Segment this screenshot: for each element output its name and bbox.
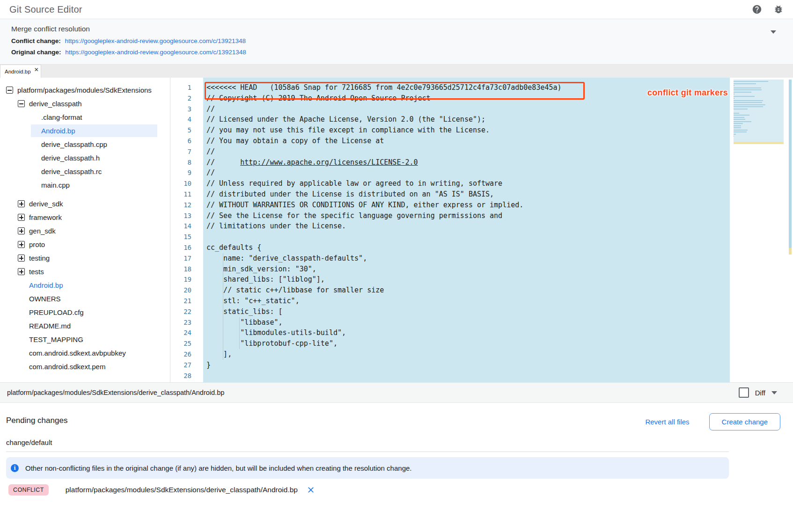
line-number: 28 — [170, 371, 203, 381]
tree-file-Android.bp[interactable]: Android.bp — [0, 124, 170, 138]
pending-changes-section: Pending changes Revert all files Create … — [0, 403, 793, 532]
tree-file-com.android.sdkext.avbpubkey[interactable]: com.android.sdkext.avbpubkey — [0, 346, 170, 360]
conflict-change-row: Conflict change: https://googleplex-andr… — [11, 37, 782, 44]
expand-plus-icon[interactable] — [18, 255, 25, 262]
minimap-bars — [734, 80, 784, 139]
code-content[interactable]: <<<<<<< HEAD (1058a6 Snap for 7216685 fr… — [203, 82, 730, 381]
create-change-button[interactable]: Create change — [709, 413, 780, 430]
tree-file-TEST_MAPPING[interactable]: TEST_MAPPING — [0, 333, 170, 346]
expand-plus-icon[interactable] — [18, 241, 25, 248]
branch-name: change/default — [6, 438, 52, 446]
close-icon[interactable]: ✕ — [34, 67, 39, 73]
line-number: 22 — [170, 306, 203, 317]
tree-item-label: derive_sdk — [29, 200, 63, 208]
tree-folder-platform/packages/modules/SdkExtensions[interactable]: platform/packages/modules/SdkExtensions — [0, 83, 170, 97]
minimap[interactable] — [734, 80, 784, 144]
tree-file-derive_classpath.h[interactable]: derive_classpath.h — [0, 151, 170, 165]
expand-plus-icon[interactable] — [18, 268, 25, 275]
tree-file-main.cpp[interactable]: main.cpp — [0, 178, 170, 192]
minimap-line — [734, 96, 755, 97]
tree-folder-testing[interactable]: testing — [0, 251, 170, 265]
close-icon[interactable] — [306, 485, 316, 495]
tree-file-.clang-format[interactable]: .clang-format — [0, 110, 170, 124]
line-number-gutter: 1234567891011121314151617181920212223242… — [170, 82, 203, 381]
minimap-line — [734, 89, 762, 90]
pending-changes-title: Pending changes — [6, 416, 67, 425]
tree-file-com.android.sdkext.pem[interactable]: com.android.sdkext.pem — [0, 360, 170, 373]
line-number: 15 — [170, 232, 203, 242]
line-number: 21 — [170, 296, 203, 306]
file-path-text: platform/packages/modules/SdkExtensions/… — [7, 389, 224, 396]
code-line: // See the License for the specific lang… — [203, 211, 730, 221]
tree-item-label: gen_sdk — [29, 227, 56, 235]
main-area: platform/packages/modules/SdkExtensionsd… — [0, 78, 793, 382]
chevron-down-icon[interactable] — [771, 391, 777, 394]
line-number: 4 — [170, 114, 203, 125]
line-number: 24 — [170, 328, 203, 338]
collapse-minus-icon[interactable] — [6, 87, 13, 94]
tree-file-PREUPLOAD.cfg[interactable]: PREUPLOAD.cfg — [0, 306, 170, 319]
code-line: // — [203, 146, 730, 157]
tree-file-Android.bp[interactable]: Android.bp — [0, 278, 170, 292]
line-number: 1 — [170, 82, 203, 93]
tree-file-README.md[interactable]: README.md — [0, 319, 170, 333]
page-title: Git Source Editor — [9, 4, 82, 15]
tree-folder-tests[interactable]: tests — [0, 265, 170, 278]
info-banner-text: Other non-conflicting files in the origi… — [25, 464, 412, 472]
tree-item-label: Android.bp — [41, 127, 75, 135]
line-number: 23 — [170, 317, 203, 328]
tree-file-derive_classpath.cpp[interactable]: derive_classpath.cpp — [0, 138, 170, 151]
minimap-line — [734, 127, 741, 128]
minimap-line — [734, 100, 763, 101]
expand-plus-icon[interactable] — [18, 227, 25, 234]
tree-file-OWNERS[interactable]: OWNERS — [0, 292, 170, 306]
tree-item-label: README.md — [29, 322, 71, 330]
minimap-line — [734, 85, 734, 86]
tree-item-label: Android.bp — [29, 281, 63, 289]
tree-folder-gen_sdk[interactable]: gen_sdk — [0, 224, 170, 238]
expand-plus-icon[interactable] — [18, 200, 25, 207]
editor-scrollbar[interactable] — [789, 80, 792, 382]
minimap-line — [734, 102, 762, 103]
tree-item-label: com.android.sdkext.avbpubkey — [29, 349, 126, 357]
minimap-marker-yellow — [734, 142, 784, 144]
code-line: // distributed under the License is dist… — [203, 189, 730, 200]
code-editor[interactable]: 1234567891011121314151617181920212223242… — [170, 78, 793, 382]
minimap-line — [734, 121, 751, 122]
line-number: 19 — [170, 274, 203, 285]
tree-item-label: derive_classpath.rc — [41, 168, 102, 175]
minimap-line — [734, 104, 765, 105]
merge-panel-title: Merge conflict resolution — [11, 25, 782, 33]
tree-folder-framework[interactable]: framework — [0, 211, 170, 224]
minimap-line — [734, 92, 751, 93]
revert-all-files-button[interactable]: Revert all files — [645, 418, 689, 426]
tree-item-label: PREUPLOAD.cfg — [29, 308, 84, 316]
minimap-line — [734, 117, 744, 118]
scrollbar-thumb[interactable] — [789, 80, 792, 248]
file-tree: platform/packages/modules/SdkExtensionsd… — [0, 78, 170, 382]
scrollbar-marker-yellow — [789, 248, 792, 255]
minimap-line — [734, 98, 734, 99]
chevron-down-icon[interactable] — [771, 30, 776, 34]
conflict-status-badge: CONFLICT — [8, 484, 49, 496]
minimap-line — [734, 83, 756, 84]
diff-checkbox[interactable] — [739, 387, 749, 398]
tab-android-bp[interactable]: Android.bp ✕ — [0, 65, 41, 78]
line-number: 7 — [170, 146, 203, 157]
code-line: stl: "c++_static", — [203, 296, 730, 306]
code-line — [203, 232, 730, 242]
conflict-change-link[interactable]: https://googleplex-android-review.google… — [65, 37, 246, 44]
tree-folder-derive_classpath[interactable]: derive_classpath — [0, 97, 170, 110]
tab-strip: Android.bp ✕ — [0, 65, 793, 78]
bug-icon[interactable] — [773, 4, 784, 15]
tree-folder-derive_sdk[interactable]: derive_sdk — [0, 197, 170, 211]
help-icon[interactable] — [752, 4, 762, 15]
tree-folder-proto[interactable]: proto — [0, 238, 170, 251]
original-change-link[interactable]: https://googleplex-android-review.google… — [65, 49, 246, 56]
collapse-minus-icon[interactable] — [18, 100, 25, 107]
tree-item-label: tests — [29, 268, 44, 276]
tree-file-derive_classpath.rc[interactable]: derive_classpath.rc — [0, 165, 170, 178]
code-line: // static c++/libbase for smaller size — [203, 285, 730, 296]
diff-label: Diff — [755, 389, 765, 397]
expand-plus-icon[interactable] — [18, 214, 25, 221]
